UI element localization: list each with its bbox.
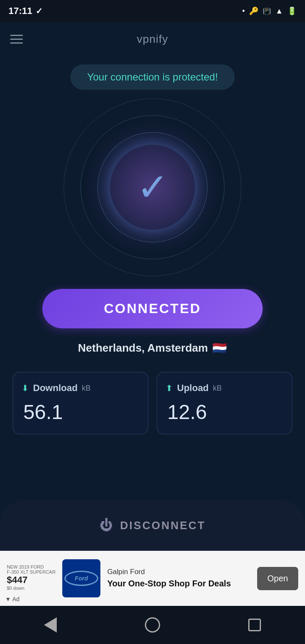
ad-banner: NEW 2019 FORD F-350 XLT SUPERCAR $447 $0… [0,551,305,606]
hamburger-line-1 [10,35,23,36]
app-header: vpnify [0,22,305,56]
battery-icon: 🔋 [287,6,297,16]
download-icon: ⬇ [22,383,29,393]
upload-unit: kB [213,384,222,393]
protection-text: Your connection is protected! [87,71,218,83]
status-bar: 17:11 ✓ • 🔑 📳 ▲ 🔋 [0,0,305,22]
upload-header: ⬆ Upload kB [166,383,283,394]
recents-button[interactable] [248,619,261,631]
checkmark-circle: ✓ [110,145,195,230]
upload-icon: ⬆ [166,383,173,393]
vibrate-icon: 📳 [263,7,271,15]
download-value: 56.1 [22,400,139,424]
key-icon: 🔑 [249,6,258,16]
back-icon [44,617,57,633]
ad-brand: Galpin Ford [107,568,250,576]
hamburger-button[interactable] [10,35,23,44]
recents-icon [248,619,261,631]
location-display: Netherlands, Amsterdam 🇳🇱 [78,341,227,355]
upload-card: ⬆ Upload kB 12.6 [157,372,292,434]
ad-down-label: $0 down [7,586,55,591]
location-name: Netherlands, Amsterdam [78,341,208,355]
connected-checkmark-icon: ✓ [137,168,169,206]
protection-banner: Your connection is protected! [70,64,235,90]
dot-icon: • [242,7,245,16]
status-time: 17:11 ✓ [8,6,43,17]
disconnect-area: ⏻ DISCONNECT [0,500,305,551]
time-display: 17:11 [8,6,32,17]
main-content: Your connection is protected! ✓ CONNECTE… [0,56,305,551]
ford-logo-text: Ford [75,575,88,582]
download-card: ⬇ Download kB 56.1 [13,372,148,434]
stats-row: ⬇ Download kB 56.1 ⬆ Upload kB 12.6 [13,372,292,434]
home-icon [145,617,160,633]
upload-label: Upload [177,383,209,394]
ad-text-area: Galpin Ford Your One-Stop Shop For Deals [107,568,250,589]
ad-open-button[interactable]: Open [257,567,298,590]
ad-tag: ▼ Ad [5,596,19,602]
ad-price-label: NEW 2019 FORD F-350 XLT SUPERCAR $447 $0… [7,564,55,591]
hamburger-line-2 [10,39,23,40]
ad-vehicle-label: F-350 XLT SUPERCAR [7,569,55,575]
checkmark-icon: ✓ [36,6,43,16]
disconnect-button[interactable]: ⏻ DISCONNECT [100,518,206,533]
home-button[interactable] [145,617,160,633]
connected-button[interactable]: CONNECTED [42,289,263,328]
download-label: Download [33,383,78,394]
wifi-icon: ▲ [275,7,283,16]
ad-logo: Ford [62,559,100,597]
ford-oval: Ford [64,571,98,586]
upload-value: 12.6 [166,400,283,424]
system-nav-bar [0,606,305,644]
power-icon: ⏻ [100,518,114,533]
ad-price-subtext: NEW 2019 FORD [7,564,55,569]
connection-indicator: ✓ [64,98,241,276]
back-button[interactable] [44,617,57,633]
hamburger-line-3 [10,42,23,44]
status-icons: • 🔑 📳 ▲ 🔋 [242,6,297,16]
ad-headline: Your One-Stop Shop For Deals [107,578,250,589]
download-unit: kB [82,384,91,393]
ad-price: $447 [7,575,28,585]
download-header: ⬇ Download kB [22,383,139,394]
app-title: vpnify [137,33,168,46]
country-flag: 🇳🇱 [212,341,227,355]
disconnect-label: DISCONNECT [120,519,206,532]
